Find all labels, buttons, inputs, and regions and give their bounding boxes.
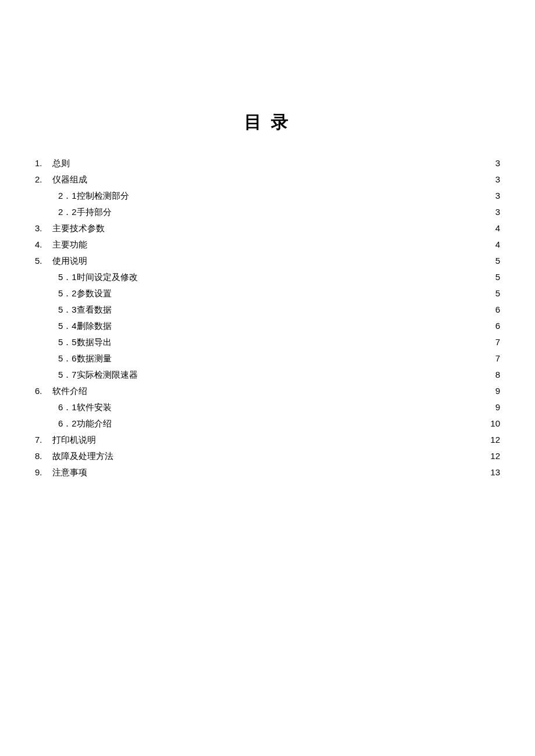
toc-entry-page: 3 xyxy=(488,171,500,188)
toc-entry: 2．2手持部分3 xyxy=(58,204,500,220)
toc-leader-dots xyxy=(139,271,488,280)
toc-entry: 5．7实际检测限速器8 xyxy=(58,367,500,383)
toc-entry-page: 10 xyxy=(488,415,500,432)
toc-entry-label: 2．2手持部分 xyxy=(58,204,113,220)
toc-leader-dots xyxy=(139,369,488,378)
toc-entry-label: 软件介绍 xyxy=(52,383,88,399)
toc-entry-page: 4 xyxy=(488,237,500,253)
toc-entry-page: 5 xyxy=(488,285,500,302)
toc-leader-dots xyxy=(115,450,488,459)
toc-entry: 5．4删除数据6 xyxy=(58,318,500,334)
toc-leader-dots xyxy=(88,467,488,475)
toc-entry: 5．6数据测量7 xyxy=(58,350,500,367)
toc-entry-label: 使用说明 xyxy=(52,253,88,269)
toc-entry: 2.仪器组成3 xyxy=(35,171,500,188)
toc-entry-label: 5．1时间设定及修改 xyxy=(58,269,139,285)
toc-entry-label: 6．2功能介绍 xyxy=(58,415,113,432)
toc-entry: 9.注意事项13 xyxy=(35,464,500,481)
toc-entry: 6.软件介绍9 xyxy=(35,383,500,399)
toc-entry-number: 8. xyxy=(35,448,52,464)
toc-entry: 5．3查看数据6 xyxy=(58,302,500,318)
toc-entry-number: 7. xyxy=(35,432,52,448)
toc-entry: 3.主要技术参数4 xyxy=(35,220,500,237)
toc-entry-label: 5．5数据导出 xyxy=(58,334,113,350)
toc-entry: 6．1软件安装9 xyxy=(58,399,500,415)
toc-entry-label: 注意事项 xyxy=(52,464,88,481)
toc-entry-label: 5．4删除数据 xyxy=(58,318,113,334)
toc-entry-label: 主要功能 xyxy=(52,237,88,253)
toc-leader-dots xyxy=(113,288,488,296)
toc-entry-page: 12 xyxy=(488,448,500,464)
toc-entry-page: 4 xyxy=(488,220,500,237)
toc-leader-dots xyxy=(113,402,488,410)
toc-entry-page: 5 xyxy=(488,253,500,269)
toc-entry-page: 9 xyxy=(488,383,500,399)
toc-entry-number: 9. xyxy=(35,464,52,481)
toc-leader-dots xyxy=(71,157,488,166)
toc-entry-number: 3. xyxy=(35,220,52,237)
toc-entry-label: 打印机说明 xyxy=(52,432,97,448)
toc-entry: 4.主要功能4 xyxy=(35,237,500,253)
toc-leader-dots xyxy=(113,418,488,427)
toc-entry-label: 仪器组成 xyxy=(52,171,88,188)
toc-leader-dots xyxy=(113,320,488,329)
toc-entry-page: 5 xyxy=(488,269,500,285)
toc-entry: 1.总则3 xyxy=(35,155,500,171)
toc-entry-page: 6 xyxy=(488,302,500,318)
toc-entry-page: 3 xyxy=(488,204,500,220)
toc-entry-label: 6．1软件安装 xyxy=(58,399,113,415)
toc-title: 目 录 xyxy=(35,110,500,134)
toc-entry-label: 故障及处理方法 xyxy=(52,448,115,464)
toc-entry-page: 6 xyxy=(488,318,500,334)
toc-entry-number: 1. xyxy=(35,155,52,171)
toc-entry-label: 主要技术参数 xyxy=(52,220,106,237)
toc-entry-number: 5. xyxy=(35,253,52,269)
toc-leader-dots xyxy=(130,190,488,199)
toc-leader-dots xyxy=(88,174,488,182)
toc-entry: 5.使用说明5 xyxy=(35,253,500,269)
toc-entry-number: 2. xyxy=(35,171,52,188)
toc-entry-number: 6. xyxy=(35,383,52,399)
toc-entry-page: 8 xyxy=(488,367,500,383)
toc-entry: 2．1控制检测部分3 xyxy=(58,188,500,204)
toc-entry: 5．1时间设定及修改5 xyxy=(58,269,500,285)
toc-entry-page: 12 xyxy=(488,432,500,448)
toc-entry-label: 5．7实际检测限速器 xyxy=(58,367,139,383)
toc-entry: 5．5数据导出7 xyxy=(58,334,500,350)
table-of-contents: 1.总则32.仪器组成32．1控制检测部分32．2手持部分33.主要技术参数44… xyxy=(35,155,500,481)
toc-entry-label: 2．1控制检测部分 xyxy=(58,188,130,204)
toc-entry-number: 4. xyxy=(35,237,52,253)
toc-entry-label: 5．6数据测量 xyxy=(58,350,113,367)
toc-leader-dots xyxy=(88,239,488,248)
toc-entry: 8.故障及处理方法12 xyxy=(35,448,500,464)
toc-leader-dots xyxy=(113,304,488,313)
toc-entry: 5．2参数设置5 xyxy=(58,285,500,302)
toc-entry-label: 5．3查看数据 xyxy=(58,302,113,318)
toc-entry-page: 13 xyxy=(488,464,500,481)
toc-entry-page: 9 xyxy=(488,399,500,415)
toc-leader-dots xyxy=(88,385,488,394)
toc-leader-dots xyxy=(113,353,488,361)
toc-leader-dots xyxy=(88,255,488,264)
toc-entry-page: 7 xyxy=(488,334,500,350)
toc-entry-page: 3 xyxy=(488,155,500,171)
toc-leader-dots xyxy=(106,223,488,231)
toc-entry-label: 总则 xyxy=(52,155,71,171)
toc-leader-dots xyxy=(97,434,488,443)
toc-leader-dots xyxy=(113,206,488,215)
toc-entry-page: 3 xyxy=(488,188,500,204)
toc-leader-dots xyxy=(113,336,488,345)
toc-entry: 6．2功能介绍10 xyxy=(58,415,500,432)
toc-entry: 7.打印机说明12 xyxy=(35,432,500,448)
toc-entry-label: 5．2参数设置 xyxy=(58,285,113,302)
document-page: 目 录 1.总则32.仪器组成32．1控制检测部分32．2手持部分33.主要技术… xyxy=(0,0,535,756)
toc-entry-page: 7 xyxy=(488,350,500,367)
